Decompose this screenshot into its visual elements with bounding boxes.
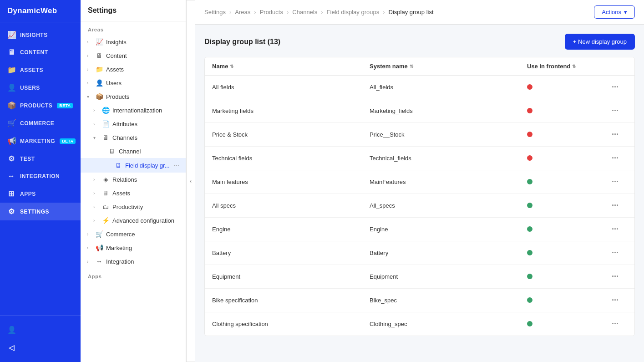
tree-item-assets[interactable]: ›🖥Assets <box>81 186 186 200</box>
new-display-group-button[interactable]: + New display group <box>565 34 635 50</box>
cell-actions[interactable]: ··· <box>609 318 627 330</box>
tree-item-internationalization[interactable]: ›🌐Internationalization <box>81 103 186 117</box>
tree-item-label: Commerce <box>106 231 135 238</box>
nav-item-settings[interactable]: ⚙ SETTINGS <box>0 203 81 220</box>
cell-actions[interactable]: ··· <box>609 271 627 282</box>
item-icon: 📈 <box>95 38 103 46</box>
beta-badge: BETA <box>57 103 73 108</box>
tree-item-channels[interactable]: ▾🖥Channels <box>81 131 186 144</box>
commerce-icon: 🛒 <box>7 119 15 127</box>
row-more-button[interactable]: ··· <box>609 318 621 330</box>
tree-item-content[interactable]: ›🖥Content <box>81 49 186 62</box>
tree-item-products[interactable]: ▾📦Products <box>81 90 186 103</box>
section-label: Apps <box>81 268 186 282</box>
nav-item-profile[interactable]: 👤 <box>0 321 81 339</box>
table-header-cell[interactable]: Name⇅ <box>212 63 370 70</box>
breadcrumb-item[interactable]: Products <box>260 9 283 15</box>
breadcrumb-item[interactable]: Field display groups <box>327 9 380 15</box>
row-more-button[interactable]: ··· <box>609 295 621 306</box>
nav-item-users[interactable]: 👤 USERS <box>0 79 81 97</box>
row-more-button[interactable]: ··· <box>609 247 621 259</box>
table-header-cell[interactable]: Use in frontend⇅ <box>527 63 609 70</box>
breadcrumb-separator: › <box>321 9 323 15</box>
table-header-cell[interactable]: System name⇅ <box>370 63 527 70</box>
item-icon: 👤 <box>95 79 103 87</box>
cell-use-in-frontend <box>527 320 609 328</box>
tree-item-marketing[interactable]: ›📢Marketing <box>81 241 186 255</box>
sidebar-collapse-button[interactable]: ‹ <box>186 0 195 362</box>
row-more-button[interactable]: ··· <box>609 82 621 93</box>
more-options-icon[interactable]: ··· <box>173 161 179 169</box>
cell-actions[interactable]: ··· <box>609 247 627 259</box>
tree-item-commerce[interactable]: ›🛒Commerce <box>81 227 186 241</box>
cell-actions[interactable]: ··· <box>609 200 627 211</box>
tree-item-assets[interactable]: ›📁Assets <box>81 62 186 76</box>
nav-items: 📈 INSIGHTS🖥 CONTENT📁 ASSETS👤 USERS📦 PROD… <box>0 22 81 315</box>
chevron-icon: ▾ <box>87 94 92 99</box>
nav-item-collapse[interactable]: ◁ <box>0 339 81 357</box>
row-more-button[interactable]: ··· <box>609 176 621 188</box>
row-more-button[interactable]: ··· <box>609 105 621 117</box>
content-header: Display group list (13) + New display gr… <box>204 34 635 50</box>
tree-item-advanced-configuration[interactable]: ›⚡Advanced configuration <box>81 214 186 227</box>
item-icon: ⚡ <box>101 217 110 224</box>
tree-item-field-display-gr...[interactable]: 🖥Field display gr...··· <box>81 158 186 173</box>
nav-item-commerce[interactable]: 🛒 COMMERCE <box>0 114 81 132</box>
profile-icon: 👤 <box>7 326 15 334</box>
tree-item-integration[interactable]: ›↔Integration <box>81 255 186 268</box>
row-more-button[interactable]: ··· <box>609 153 621 164</box>
tree-item-channel[interactable]: 🖥Channel <box>81 144 186 158</box>
cell-actions[interactable]: ··· <box>609 224 627 235</box>
nav-item-label: USERS <box>20 85 40 91</box>
content-icon: 🖥 <box>7 48 15 56</box>
mid-sidebar-title: Settings <box>81 0 186 21</box>
table-row: Engine Engine ··· <box>205 218 634 241</box>
tree-item-productivity[interactable]: ›🗂Productivity <box>81 200 186 214</box>
row-more-button[interactable]: ··· <box>609 129 621 140</box>
nav-item-content[interactable]: 🖥 CONTENT <box>0 44 81 61</box>
sort-icon: ⇅ <box>410 64 413 69</box>
tree-item-label: Assets <box>112 190 130 197</box>
status-dot <box>527 297 532 303</box>
cell-actions[interactable]: ··· <box>609 295 627 306</box>
table-header-cell <box>609 63 627 70</box>
breadcrumb-item[interactable]: Areas <box>235 9 250 15</box>
breadcrumb-item[interactable]: Channels <box>292 9 317 15</box>
row-more-button[interactable]: ··· <box>609 271 621 282</box>
tree-item-users[interactable]: ›👤Users <box>81 76 186 90</box>
tree-item-attributes[interactable]: ›📄Attributes <box>81 117 186 131</box>
nav-item-integration[interactable]: ↔ INTEGRATION <box>0 168 81 185</box>
row-more-button[interactable]: ··· <box>609 224 621 235</box>
beta-badge: BETA <box>60 138 76 144</box>
status-dot <box>527 203 532 208</box>
status-dot <box>527 84 532 90</box>
cell-use-in-frontend <box>527 131 609 139</box>
breadcrumb-item[interactable]: Settings <box>204 9 226 15</box>
tree-item-relations[interactable]: ›◈Relations <box>81 173 186 186</box>
cell-name: Engine <box>212 226 370 233</box>
cell-use-in-frontend <box>527 83 609 92</box>
cell-use-in-frontend <box>527 273 609 281</box>
integration-icon: ↔ <box>7 172 15 180</box>
apps-icon: ⊞ <box>7 189 15 198</box>
nav-item-insights[interactable]: 📈 INSIGHTS <box>0 26 81 44</box>
nav-item-products[interactable]: 📦 PRODUCTSBETA <box>0 97 81 114</box>
actions-button[interactable]: Actions ▾ <box>594 5 635 19</box>
nav-item-test[interactable]: ⚙ TEST <box>0 150 81 168</box>
tree-item-insights[interactable]: ›📈Insights <box>81 35 186 49</box>
table-header: Name⇅System name⇅Use in frontend⇅ <box>205 57 634 76</box>
nav-item-assets[interactable]: 📁 ASSETS <box>0 61 81 79</box>
cell-use-in-frontend <box>527 225 609 234</box>
assets-icon: 📁 <box>7 66 15 74</box>
cell-system-name: Battery <box>370 250 527 256</box>
nav-item-apps[interactable]: ⊞ APPS <box>0 185 81 203</box>
tree-item-label: Content <box>106 52 127 59</box>
cell-actions[interactable]: ··· <box>609 82 627 93</box>
cell-actions[interactable]: ··· <box>609 105 627 117</box>
row-more-button[interactable]: ··· <box>609 200 621 211</box>
item-icon: 📁 <box>95 66 103 73</box>
nav-item-marketing[interactable]: 📢 MARKETINGBETA <box>0 132 81 150</box>
cell-actions[interactable]: ··· <box>609 129 627 140</box>
cell-actions[interactable]: ··· <box>609 176 627 188</box>
cell-actions[interactable]: ··· <box>609 153 627 164</box>
